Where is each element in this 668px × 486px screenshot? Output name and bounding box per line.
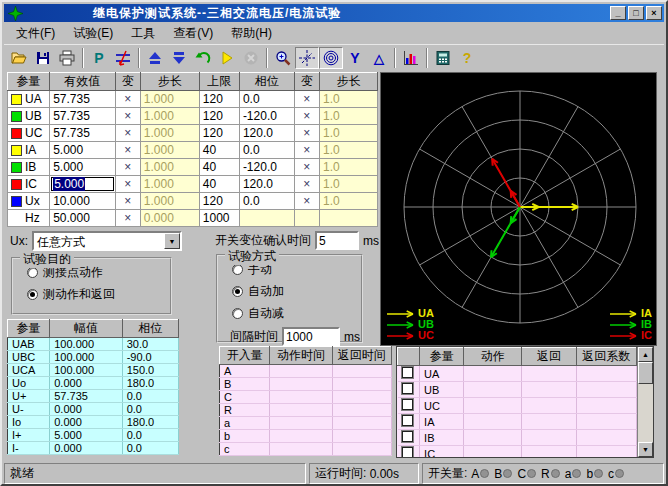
phase-cell[interactable]: 120.0 bbox=[239, 176, 294, 193]
vary-toggle-cell[interactable]: × bbox=[115, 108, 140, 125]
set-param-icon-button[interactable]: P bbox=[87, 47, 111, 69]
save-file-icon-button[interactable] bbox=[31, 47, 55, 69]
axes-icon-button[interactable] bbox=[295, 47, 319, 69]
menu-item-0[interactable]: 文件(F) bbox=[8, 23, 63, 44]
derived-cell: U+ bbox=[8, 390, 50, 403]
limit-cell[interactable]: 40 bbox=[199, 159, 239, 176]
menu-item-2[interactable]: 工具 bbox=[123, 23, 163, 44]
limit-cell[interactable]: 120 bbox=[199, 108, 239, 125]
test-mode-radio-0[interactable] bbox=[232, 264, 243, 275]
help-icon-button[interactable]: ? bbox=[455, 47, 479, 69]
vary-toggle-cell[interactable]: × bbox=[294, 125, 319, 142]
action-cell bbox=[464, 398, 522, 414]
row-checkbox[interactable] bbox=[402, 447, 413, 458]
test-mode-option-1[interactable]: 自动加 bbox=[232, 283, 361, 300]
value-cell[interactable]: 57.735 bbox=[50, 108, 115, 125]
vary-toggle-cell[interactable]: × bbox=[115, 159, 140, 176]
action-time-cell bbox=[270, 378, 332, 391]
row-checkbox[interactable] bbox=[402, 415, 413, 426]
return-time-cell bbox=[332, 391, 391, 404]
row-checkbox[interactable] bbox=[402, 399, 413, 410]
stop-icon-button[interactable] bbox=[239, 47, 263, 69]
phase-cell[interactable]: 0.0 bbox=[239, 142, 294, 159]
vary-toggle-cell[interactable]: × bbox=[115, 210, 140, 227]
scrollbar-thumb[interactable] bbox=[638, 362, 653, 384]
limit-cell[interactable]: 120 bbox=[199, 125, 239, 142]
row-checkbox[interactable] bbox=[402, 367, 413, 378]
limit-cell[interactable]: 120 bbox=[199, 91, 239, 108]
limit-cell[interactable]: 40 bbox=[199, 176, 239, 193]
close-button[interactable]: × bbox=[646, 6, 662, 20]
run-icon-button[interactable] bbox=[215, 47, 239, 69]
print-icon-button[interactable] bbox=[55, 47, 79, 69]
value-cell[interactable]: 5.000 bbox=[50, 142, 115, 159]
calculator-icon-button[interactable] bbox=[431, 47, 455, 69]
row-checkbox[interactable] bbox=[402, 431, 413, 442]
vary-toggle-cell[interactable]: × bbox=[294, 193, 319, 210]
interval-input[interactable] bbox=[282, 327, 340, 346]
vary-toggle-cell[interactable] bbox=[294, 210, 319, 227]
zoom-in-icon-button[interactable] bbox=[271, 47, 295, 69]
test-purpose-radio-0[interactable] bbox=[27, 267, 38, 278]
maximize-button[interactable]: □ bbox=[628, 6, 644, 20]
test-purpose-title: 试验目的 bbox=[20, 251, 74, 268]
phase-cell[interactable] bbox=[239, 210, 294, 227]
result-table-scrollbar[interactable]: ▲ ▼ bbox=[637, 347, 653, 457]
test-mode-option-2[interactable]: 自动减 bbox=[232, 305, 361, 322]
test-mode-radio-1[interactable] bbox=[232, 286, 243, 297]
derived-cell: I- bbox=[8, 442, 50, 455]
row-checkbox[interactable] bbox=[402, 383, 413, 394]
step-down-icon-button[interactable] bbox=[167, 47, 191, 69]
vary-toggle-cell[interactable]: × bbox=[294, 176, 319, 193]
scroll-up-icon[interactable]: ▲ bbox=[638, 347, 653, 362]
scroll-down-icon[interactable]: ▼ bbox=[638, 442, 653, 457]
waveform-icon-button[interactable] bbox=[399, 47, 423, 69]
test-purpose-option-1[interactable]: 测动作和返回 bbox=[27, 286, 170, 303]
chevron-down-icon[interactable]: ▼ bbox=[164, 233, 180, 249]
phase-cell[interactable]: 0.0 bbox=[239, 91, 294, 108]
test-purpose-radio-1[interactable] bbox=[27, 289, 38, 300]
value-cell[interactable]: 5.000 bbox=[50, 176, 115, 193]
phase-cell[interactable]: -120.0 bbox=[239, 159, 294, 176]
action-cell bbox=[464, 366, 522, 382]
ux-mode-select[interactable]: 任意方式 ▼ bbox=[32, 231, 182, 251]
return-time-cell bbox=[332, 430, 391, 443]
vary-toggle-cell[interactable]: × bbox=[294, 108, 319, 125]
open-file-icon-button[interactable] bbox=[7, 47, 31, 69]
phase-cell[interactable]: 0.0 bbox=[239, 193, 294, 210]
input-table-header: 返回时间 bbox=[332, 347, 391, 365]
vary-toggle-cell[interactable]: × bbox=[294, 142, 319, 159]
menu-item-3[interactable]: 查看(V) bbox=[165, 23, 221, 44]
reset-icon-button[interactable] bbox=[191, 47, 215, 69]
menu-item-1[interactable]: 试验(E) bbox=[65, 23, 121, 44]
value-cell[interactable]: 5.000 bbox=[50, 159, 115, 176]
switch-channel-label: C bbox=[517, 467, 526, 481]
vary-toggle-cell[interactable]: × bbox=[115, 176, 140, 193]
step-up-icon-button[interactable] bbox=[143, 47, 167, 69]
phase-cell[interactable]: 120.0 bbox=[239, 125, 294, 142]
limit-cell[interactable]: 1000 bbox=[199, 210, 239, 227]
vary-toggle-cell[interactable]: × bbox=[115, 193, 140, 210]
value-cell[interactable]: 57.735 bbox=[50, 91, 115, 108]
vary-toggle-cell[interactable]: × bbox=[115, 142, 140, 159]
switch-confirm-time-input[interactable] bbox=[315, 231, 359, 250]
switch-led bbox=[480, 469, 489, 478]
limit-cell[interactable]: 40 bbox=[199, 142, 239, 159]
vary-toggle-cell[interactable]: × bbox=[115, 91, 140, 108]
wye-icon-button[interactable]: Y bbox=[343, 47, 367, 69]
value-cell[interactable]: 10.000 bbox=[50, 193, 115, 210]
phase-cell[interactable]: -120.0 bbox=[239, 108, 294, 125]
vary-toggle-cell[interactable]: × bbox=[294, 159, 319, 176]
value-cell[interactable]: 57.735 bbox=[50, 125, 115, 142]
vary-toggle-cell[interactable]: × bbox=[294, 91, 319, 108]
test-mode-radio-2[interactable] bbox=[232, 308, 243, 319]
value-cell[interactable]: 50.000 bbox=[50, 210, 115, 227]
menu-item-4[interactable]: 帮助(H) bbox=[223, 23, 280, 44]
short-circuit-icon-button[interactable] bbox=[111, 47, 135, 69]
value-editor[interactable]: 5.000 bbox=[51, 177, 113, 191]
polar-grid-icon-button[interactable] bbox=[319, 47, 343, 69]
limit-cell[interactable]: 120 bbox=[199, 193, 239, 210]
delta-icon-button[interactable]: △ bbox=[367, 47, 391, 69]
vary-toggle-cell[interactable]: × bbox=[115, 125, 140, 142]
minimize-button[interactable]: _ bbox=[610, 6, 626, 20]
